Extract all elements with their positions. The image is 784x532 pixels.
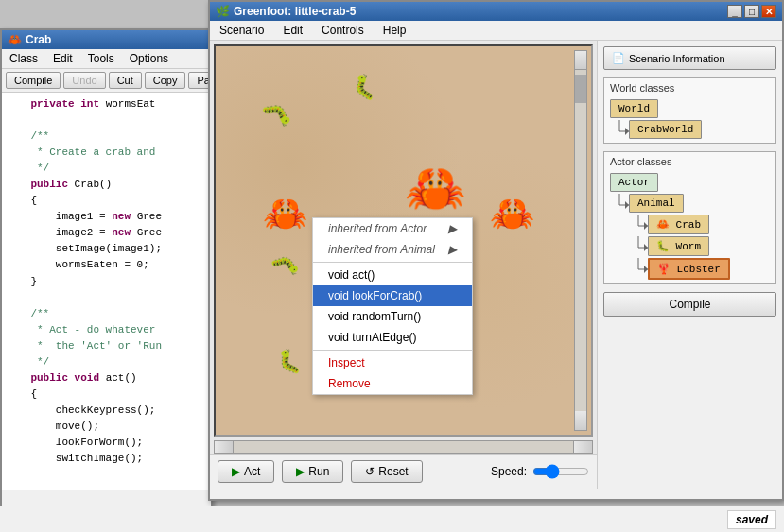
context-menu: inherited from Actor▶ inherited from Ani…	[312, 217, 473, 395]
worm-class-box[interactable]: 🐛 Worm	[648, 236, 709, 256]
ctx-inspect[interactable]: Inspect	[313, 352, 472, 373]
world-classes-group: World classes World CrabWorld	[603, 77, 776, 144]
greenfoot-titlebar: 🌿 Greenfoot: little-crab-5 _ □ ✕	[210, 2, 782, 21]
crab-menu-options[interactable]: Options	[126, 51, 172, 66]
world-class-node: World	[610, 99, 770, 118]
crab-menubar: Class Edit Tools Options	[2, 49, 211, 69]
greenfoot-body: 🐛 🐛 🐛 🐛 🦀 🦀 🦀	[210, 41, 782, 489]
controls-bar: ▶ Act ▶ Run ↺ Reset Speed:	[210, 454, 597, 489]
ctx-void-randomturn[interactable]: void randomTurn()	[313, 306, 472, 327]
greenfoot-menubar: Scenario Edit Controls Help	[210, 21, 782, 41]
maximize-button[interactable]: □	[744, 5, 759, 18]
lobster-class-node: 🦞 Lobster	[648, 258, 770, 280]
run-button[interactable]: ▶ Run	[282, 460, 343, 483]
greenfoot-compile-button[interactable]: Compile	[603, 292, 776, 317]
status-bar: saved	[0, 506, 784, 532]
crab-connector-svg	[631, 215, 648, 237]
worm-class-node: 🐛 Worm	[648, 236, 770, 256]
right-panel: 📄 Scenario Information World classes Wor…	[598, 41, 782, 489]
menu-scenario[interactable]: Scenario	[216, 23, 268, 38]
undo-button[interactable]: Undo	[63, 72, 105, 89]
menu-controls[interactable]: Controls	[318, 23, 368, 38]
actor-class-node: Actor	[610, 173, 770, 192]
creature-worm-3[interactable]: 🐛	[268, 249, 302, 283]
play-icon: ▶	[232, 465, 240, 478]
crab-editor-window: 🦀 Crab Class Edit Tools Options Compile …	[0, 28, 213, 510]
scenario-info-button[interactable]: 📄 Scenario Information	[603, 46, 776, 70]
actor-classes-label: Actor classes	[610, 156, 770, 167]
run-icon: ▶	[296, 465, 305, 478]
crab-menu-edit[interactable]: Edit	[49, 51, 77, 66]
reset-icon: ↺	[365, 465, 375, 478]
crab-class-node: 🦀 Crab	[648, 215, 770, 234]
greenfoot-icon: 🌿	[216, 5, 230, 18]
creature-crab-right[interactable]: 🦀	[490, 193, 534, 234]
ctx-remove[interactable]: Remove	[313, 373, 472, 394]
crabworld-class-box[interactable]: CrabWorld	[629, 120, 702, 139]
creature-main-crab[interactable]: 🦀	[405, 160, 466, 217]
crab-menu-class[interactable]: Class	[6, 51, 42, 66]
minimize-button[interactable]: _	[727, 5, 742, 18]
crab-titlebar: 🦀 Crab	[2, 30, 211, 49]
actor-classes-group: Actor classes Actor Animal	[603, 151, 776, 284]
status-text: saved	[727, 510, 776, 529]
act-button[interactable]: ▶ Act	[218, 460, 274, 483]
window-controls: _ □ ✕	[727, 5, 776, 18]
svg-marker-11	[644, 244, 648, 251]
ctx-separator-1	[313, 262, 472, 263]
crab-menu-tools[interactable]: Tools	[84, 51, 118, 66]
lobster-class-box[interactable]: 🦞 Lobster	[648, 258, 730, 280]
world-class-tree: World CrabWorld	[610, 99, 770, 139]
creature-crab-left[interactable]: 🦀	[263, 193, 307, 234]
copy-button[interactable]: Copy	[145, 72, 186, 89]
creature-worm-2[interactable]: 🐛	[349, 71, 381, 103]
speed-label: Speed:	[491, 465, 527, 478]
ctx-void-turnatedge[interactable]: void turnAtEdge()	[313, 327, 472, 348]
greenfoot-window: 🌿 Greenfoot: little-crab-5 _ □ ✕ Scenari…	[208, 0, 784, 501]
close-button[interactable]: ✕	[761, 5, 776, 18]
reset-button[interactable]: ↺ Reset	[351, 460, 422, 483]
menu-help[interactable]: Help	[379, 23, 410, 38]
animal-class-box[interactable]: Animal	[629, 194, 684, 213]
info-icon: 📄	[612, 52, 625, 64]
vertical-scrollbar[interactable]	[574, 50, 587, 431]
greenfoot-title: Greenfoot: little-crab-5	[234, 5, 356, 18]
menu-edit[interactable]: Edit	[279, 23, 306, 38]
code-editor[interactable]: private int wormsEat /** * Create a crab…	[2, 93, 211, 490]
world-classes-label: World classes	[610, 82, 770, 94]
actor-class-tree: Actor Animal	[610, 173, 770, 280]
horizontal-scrollbar[interactable]	[214, 440, 593, 454]
crabworld-class-node: CrabWorld	[629, 120, 770, 139]
cut-button[interactable]: Cut	[109, 72, 142, 89]
world-connector-svg	[612, 120, 629, 143]
svg-marker-14	[644, 266, 648, 273]
actor-class-box[interactable]: Actor	[610, 173, 658, 192]
compile-button[interactable]: Compile	[6, 72, 61, 89]
crab-icon: 🦀	[8, 33, 22, 46]
speed-control: Speed:	[491, 464, 589, 479]
crab-class-box[interactable]: 🦀 Crab	[648, 215, 709, 234]
speed-slider[interactable]	[532, 464, 589, 479]
crab-toolbar: Compile Undo Cut Copy Past	[2, 69, 211, 93]
animal-connector-svg	[612, 194, 629, 216]
worm-connector-svg	[631, 236, 648, 259]
ctx-void-act[interactable]: void act()	[313, 265, 472, 285]
svg-marker-8	[644, 222, 648, 230]
svg-marker-5	[625, 201, 629, 209]
svg-marker-2	[625, 128, 629, 135]
ctx-inherited-actor[interactable]: inherited from Actor▶	[313, 218, 472, 239]
creature-worm-4[interactable]: 🐛	[275, 347, 305, 375]
crab-title: Crab	[26, 33, 51, 46]
animal-class-node: Animal	[629, 194, 770, 213]
ctx-inherited-animal[interactable]: inherited from Animal▶	[313, 239, 472, 260]
lobster-connector-svg	[631, 258, 648, 281]
world-class-box[interactable]: World	[610, 99, 658, 118]
ctx-separator-2	[313, 350, 472, 351]
creature-worm-1[interactable]: 🐛	[259, 99, 295, 134]
ctx-void-lookforcrab[interactable]: void lookForCrab()	[313, 285, 472, 306]
